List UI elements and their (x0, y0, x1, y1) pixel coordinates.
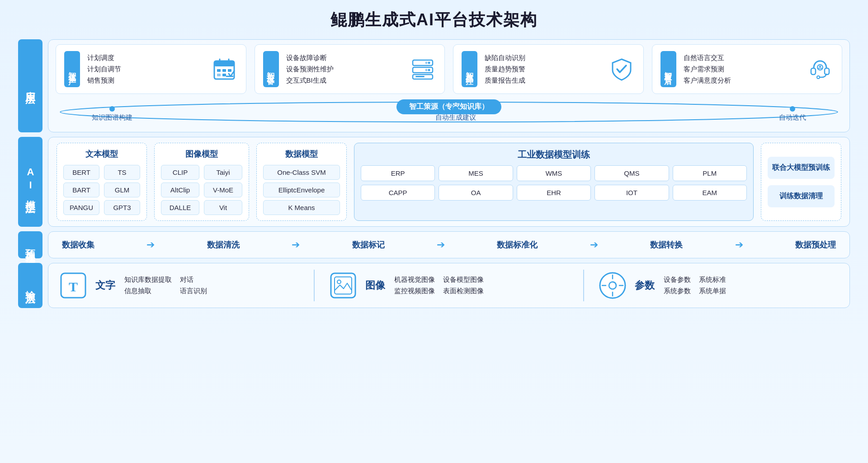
app-card-items-4: 自然语言交互 客户需求预测 客户满意度分析 (684, 54, 800, 85)
ind-oa: OA (439, 185, 513, 201)
ind-iot: IOT (594, 185, 669, 201)
image-model-grid: CLIP Taiyi AltClip V-MoE DALLE Vit (161, 165, 242, 215)
preprocess-layer-row: 预处理层 数据收集 ➔ 数据清洗 ➔ 数据标记 ➔ 数据标准化 ➔ 数据转换 ➔… (18, 231, 850, 258)
industrial-title: 工业数据模型训练 (361, 149, 747, 161)
svg-rect-19 (825, 68, 829, 75)
server-icon (409, 56, 436, 83)
preprocess-item-6: 数据预处理 (795, 239, 836, 250)
ind-erp: ERP (361, 165, 435, 181)
input-layer-content: T 文字 知识库数据提取 对话 信息抽取 语言识别 (48, 263, 850, 308)
input-text-1: 知识库数据提取 (124, 276, 172, 284)
ai-layer-label: AI模型层 (18, 137, 42, 227)
app-item-1-3: 销售预测 (87, 76, 203, 85)
input-row: T 文字 知识库数据提取 对话 信息抽取 语言识别 (57, 270, 840, 301)
svg-rect-4 (217, 69, 221, 72)
arrow-2: ➔ (292, 239, 300, 251)
app-item-4-1: 自然语言交互 (684, 54, 800, 62)
data-model-title: 数据模型 (263, 149, 340, 159)
preprocess-flow: 数据收集 ➔ 数据清洗 ➔ 数据标记 ➔ 数据标准化 ➔ 数据转换 ➔ 数据预处… (62, 239, 836, 251)
arrow-5: ➔ (735, 239, 743, 251)
point-text-2: 自动生成建议 (435, 113, 476, 122)
image-type-icon (327, 270, 359, 301)
param-type-icon (597, 270, 628, 301)
input-sub-image: 机器视觉图像 设备模型图像 监控视频图像 表面检测图像 (394, 276, 484, 295)
joint-pretrain: 联合大模型预训练 (768, 157, 835, 179)
ai-models-row: 文本模型 BERT TS BART GLM PANGU GPT3 图像模型 (57, 143, 841, 221)
app-item-4-3: 客户满意度分析 (684, 76, 800, 85)
point-text-3: 自动迭代 (779, 113, 806, 122)
input-sub-param: 设备参数 系统标准 系统参数 系统单据 (664, 276, 726, 295)
industrial-grid: ERP MES WMS QMS PLM CAPP OA EHR IOT EAM (361, 165, 747, 201)
point-dot-2 (453, 106, 458, 112)
preprocess-item-2: 数据清洗 (207, 239, 240, 250)
ai-layer-inner: 文本模型 BERT TS BART GLM PANGU GPT3 图像模型 (48, 137, 850, 227)
input-layer-row: 输入层 T 文字 知识库数据提取 (18, 263, 850, 308)
shield-icon (608, 56, 635, 83)
text-model-pangu: PANGU (63, 200, 99, 215)
svg-rect-7 (217, 74, 221, 76)
joint-box: 联合大模型预训练 训练数据清理 (761, 143, 841, 221)
svg-rect-18 (811, 68, 816, 75)
text-model-gpt3: GPT3 (104, 200, 140, 215)
input-label-image: 图像 (365, 279, 388, 292)
input-param-4: 系统单据 (699, 287, 726, 295)
app-card-items-3: 缺陷自动识别 质量趋势预警 质量报告生成 (485, 54, 601, 85)
point-dot-1 (109, 106, 115, 112)
text-model-title: 文本模型 (63, 149, 140, 159)
image-model-dalle: DALLE (161, 200, 199, 215)
app-item-3-1: 缺陷自动识别 (485, 54, 601, 62)
app-item-2-2: 设备预测性维护 (286, 65, 402, 74)
app-item-2-3: 交互式BI生成 (286, 76, 402, 85)
main-container: 鲲鹏生成式AI平台技术架构 应用层 智优生产 计划调度 计划自调节 销售预测 (0, 0, 868, 463)
svg-rect-17 (415, 76, 425, 77)
input-param-2: 系统标准 (699, 276, 726, 284)
app-card-smart-production: 智优生产 计划调度 计划自调节 销售预测 (56, 44, 246, 94)
input-param-3: 系统参数 (664, 287, 691, 295)
app-layer-content: 智优生产 计划调度 计划自调节 销售预测 (48, 39, 850, 132)
input-sub-text: 知识库数据提取 对话 信息抽取 语言识别 (124, 276, 227, 295)
app-item-1-2: 计划自调节 (87, 65, 203, 74)
data-model-items: One-Class SVM ElliptcEnvelope K Means (263, 165, 340, 215)
preprocess-layer-inner: 数据收集 ➔ 数据清洗 ➔ 数据标记 ➔ 数据标准化 ➔ 数据转换 ➔ 数据预处… (48, 231, 850, 258)
image-model-taiyi: Taiyi (204, 165, 242, 180)
app-card-smart-quality: 智检品控 缺陷自动识别 质量趋势预警 质量报告生成 (453, 44, 644, 94)
input-label-text: 文字 (95, 279, 118, 292)
arrow-1: ➔ (146, 239, 155, 251)
svg-rect-5 (222, 69, 226, 72)
image-model-vmoe: V-MoE (204, 182, 242, 197)
ind-qms: QMS (594, 165, 669, 181)
image-model-clip: CLIP (161, 165, 199, 180)
input-text-2: 对话 (180, 276, 227, 284)
preprocess-item-5: 数据转换 (650, 239, 683, 250)
arrow-4: ➔ (590, 239, 598, 251)
ai-layer-row: AI模型层 文本模型 BERT TS BART GLM PANGU GPT3 (18, 137, 850, 227)
app-cards-row: 智优生产 计划调度 计划自调节 销售预测 (56, 44, 842, 94)
input-layer-label: 输入层 (18, 263, 42, 308)
ai-layer-content: 文本模型 BERT TS BART GLM PANGU GPT3 图像模型 (48, 137, 850, 227)
text-model-ts: TS (104, 165, 140, 180)
svg-point-22 (819, 65, 821, 67)
text-model-box: 文本模型 BERT TS BART GLM PANGU GPT3 (57, 143, 147, 221)
input-text-3: 信息抽取 (124, 287, 172, 295)
text-model-bert: BERT (63, 165, 99, 180)
joint-data-clean: 训练数据清理 (768, 185, 835, 207)
image-model-title: 图像模型 (161, 149, 242, 159)
point-text-1: 知识图谱构建 (92, 113, 132, 122)
calendar-icon (211, 56, 238, 83)
input-image-4: 表面检测图像 (443, 287, 484, 295)
input-image-2: 设备模型图像 (443, 276, 484, 284)
input-group-text: T 文字 知识库数据提取 对话 信息抽取 语言识别 (57, 270, 301, 301)
app-item-3-2: 质量趋势预警 (485, 65, 601, 74)
image-model-vit: Vit (204, 200, 242, 215)
text-model-grid: BERT TS BART GLM PANGU GPT3 (63, 165, 140, 215)
arrow-3: ➔ (437, 239, 445, 251)
ind-ehr: EHR (517, 185, 591, 201)
svg-rect-6 (228, 69, 231, 72)
preprocess-item-4: 数据标准化 (497, 239, 538, 250)
svg-rect-1 (214, 61, 234, 66)
point-label-3: 自动迭代 (779, 106, 806, 122)
point-dot-3 (790, 106, 795, 112)
app-card-smart-service: 智服售后 自然语言交互 客户需求预测 客户满意度分析 (652, 44, 843, 94)
preprocess-layer-content: 数据收集 ➔ 数据清洗 ➔ 数据标记 ➔ 数据标准化 ➔ 数据转换 ➔ 数据预处… (48, 231, 850, 258)
preprocess-item-3: 数据标记 (352, 239, 385, 250)
